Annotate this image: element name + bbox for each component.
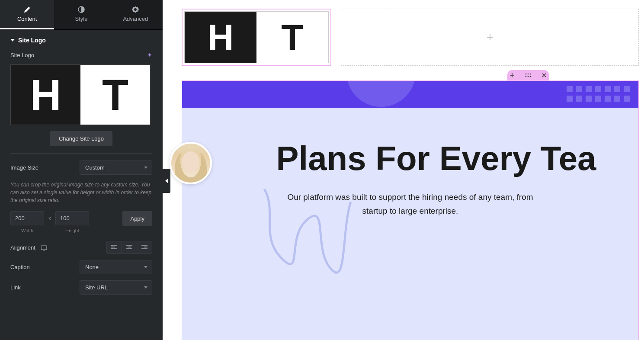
drag-section-handle[interactable] xyxy=(525,73,531,77)
collapse-sidebar-button[interactable] xyxy=(163,169,170,193)
responsive-icon[interactable] xyxy=(41,245,47,250)
content-panel: Site Logo Site Logo ✦ H T Change Site Lo… xyxy=(0,30,163,308)
svg-point-5 xyxy=(530,74,531,75)
change-site-logo-button[interactable]: Change Site Logo xyxy=(50,131,112,146)
select-value: Custom xyxy=(85,164,105,171)
add-section-button[interactable] xyxy=(509,73,515,78)
chevron-down-icon xyxy=(144,266,147,268)
canvas-logo-h: H xyxy=(185,12,256,63)
tab-content[interactable]: Content xyxy=(0,0,54,29)
logo-preview[interactable]: H T xyxy=(10,64,151,125)
section-title: Site Logo xyxy=(18,37,46,44)
hero-section[interactable]: Plans For Every Tea Our platform was bui… xyxy=(182,80,639,340)
decoration-dots xyxy=(567,86,630,102)
dimensions-row: Width x Height Apply xyxy=(10,211,152,233)
width-label: Width xyxy=(21,228,33,233)
decoration-circle xyxy=(346,81,416,107)
logo-letter-t: T xyxy=(80,65,150,125)
close-section-button[interactable] xyxy=(541,73,547,78)
caption-select[interactable]: None xyxy=(80,260,152,274)
apply-button[interactable]: Apply xyxy=(122,211,152,226)
alignment-group xyxy=(106,241,152,254)
tab-label: Advanced xyxy=(123,16,148,22)
dimensions-x: x xyxy=(48,211,51,221)
plus-icon xyxy=(487,34,493,41)
svg-rect-2 xyxy=(43,250,45,250)
align-left-button[interactable] xyxy=(107,241,122,253)
caption-label: Caption xyxy=(10,264,30,270)
section-header[interactable]: Site Logo xyxy=(10,37,152,44)
logo-widget-inner: H T xyxy=(184,11,329,63)
empty-widget-dropzone[interactable] xyxy=(341,9,639,66)
gear-icon xyxy=(132,6,139,13)
hero-subtitle: Our platform was built to support the hi… xyxy=(182,190,638,218)
image-size-label: Image Size xyxy=(10,164,38,171)
svg-point-4 xyxy=(528,74,529,75)
width-input[interactable] xyxy=(10,211,44,225)
image-size-select[interactable]: Custom xyxy=(80,160,152,175)
hero-banner xyxy=(182,81,638,108)
chevron-down-icon xyxy=(144,167,147,169)
editor-sidebar: Content Style Advanced Site Logo Site Lo… xyxy=(0,0,163,340)
contrast-icon xyxy=(78,6,85,13)
site-logo-label: Site Logo xyxy=(10,52,34,58)
logo-letter-h: H xyxy=(11,65,80,125)
canvas-logo-t: T xyxy=(256,12,328,63)
height-input[interactable] xyxy=(55,211,89,225)
decoration-squiggle xyxy=(260,185,355,284)
select-value: None xyxy=(85,264,99,270)
pencil-icon xyxy=(24,6,31,13)
tab-advanced[interactable]: Advanced xyxy=(109,0,163,29)
avatar[interactable] xyxy=(170,142,212,184)
chevron-down-icon xyxy=(144,286,147,289)
svg-point-3 xyxy=(525,74,527,75)
svg-rect-1 xyxy=(41,246,47,250)
header-row: H T xyxy=(163,0,644,66)
alignment-label: Alignment xyxy=(10,244,47,251)
link-label: Link xyxy=(10,284,21,291)
svg-point-6 xyxy=(525,76,527,77)
link-select[interactable]: Site URL xyxy=(80,280,152,295)
tab-style[interactable]: Style xyxy=(54,0,108,29)
svg-point-8 xyxy=(530,76,531,77)
select-value: Site URL xyxy=(85,284,108,291)
align-center-button[interactable] xyxy=(122,241,137,253)
caret-down-icon xyxy=(10,39,15,42)
tab-label: Content xyxy=(17,16,37,22)
divider xyxy=(10,153,152,154)
chevron-left-icon xyxy=(165,179,168,183)
svg-point-7 xyxy=(528,76,529,77)
ai-sparkle-icon[interactable]: ✦ xyxy=(147,51,152,58)
section-handle xyxy=(507,70,549,80)
height-label: Height xyxy=(65,228,79,233)
tab-label: Style xyxy=(75,16,88,22)
align-right-button[interactable] xyxy=(137,241,152,253)
canvas: H T Plans For Every Tea Our platform was… xyxy=(163,0,644,340)
hero-title: Plans For Every Tea xyxy=(182,139,638,178)
logo-widget-selected[interactable]: H T xyxy=(182,9,331,66)
panel-tabs: Content Style Advanced xyxy=(0,0,163,30)
image-size-help: You can crop the original image size to … xyxy=(10,181,152,204)
